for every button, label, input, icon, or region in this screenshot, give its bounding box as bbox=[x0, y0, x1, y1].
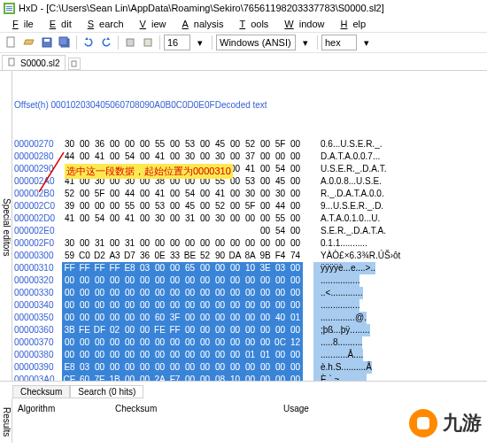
settings-button[interactable] bbox=[122, 35, 138, 50]
file-icon bbox=[8, 58, 17, 68]
hex-row[interactable]: 000003A0 CE607E1B00002AF7000008100000000… bbox=[14, 374, 487, 381]
menu-file[interactable]: File bbox=[2, 18, 39, 30]
columns-input[interactable] bbox=[164, 35, 190, 50]
svg-rect-10 bbox=[127, 39, 134, 46]
hex-row[interactable]: 000002E0 005400S.E.R._.D.A.T.A. bbox=[14, 225, 487, 237]
menu-tools[interactable]: Tools bbox=[228, 18, 274, 30]
menu-help[interactable]: Help bbox=[329, 18, 371, 30]
hex-row[interactable]: 000002D0 4100540041003000310030000000550… bbox=[14, 212, 487, 225]
menu-window[interactable]: Window bbox=[274, 18, 329, 30]
hex-row[interactable]: 00000300 59C0D2A3D7360E33BE5290DA8A9BF47… bbox=[14, 250, 487, 262]
hex-row[interactable]: 00000350 000000000000603F000000000000400… bbox=[14, 312, 487, 324]
hex-row[interactable]: 00000370 00000000000000000000000000000C1… bbox=[14, 336, 487, 349]
toolbar: ▾ ▾ ▾ bbox=[0, 32, 487, 53]
svg-rect-7 bbox=[44, 39, 50, 42]
hex-row[interactable]: 00000390 E803000000000000000000000000000… bbox=[14, 361, 487, 374]
menu-search[interactable]: Search bbox=[77, 18, 129, 30]
file-tab[interactable]: S0000.sl2 bbox=[2, 55, 66, 70]
results-tabs: Checksum Search (0 hits) bbox=[0, 381, 487, 398]
hex-row[interactable]: 00000310 FFFFFFFFE803000065000000103E030… bbox=[14, 262, 487, 274]
app-icon bbox=[4, 3, 15, 14]
file-tab-label: S0000.sl2 bbox=[20, 58, 59, 68]
svg-rect-4 bbox=[6, 10, 12, 11]
col-checksum[interactable]: Checksum bbox=[110, 404, 278, 443]
new-button[interactable] bbox=[4, 35, 19, 50]
hex-row[interactable]: 00000380 0000000000000000000000000101000… bbox=[14, 349, 487, 361]
save-button[interactable] bbox=[39, 35, 55, 50]
hex-row[interactable]: 00000340 0000000000000000000000000000000… bbox=[14, 299, 487, 312]
encoding-input[interactable] bbox=[216, 35, 296, 50]
svg-rect-11 bbox=[144, 39, 151, 46]
svg-rect-13 bbox=[72, 61, 76, 66]
vertical-tab-results[interactable]: Results bbox=[0, 398, 12, 443]
svg-rect-3 bbox=[6, 8, 12, 9]
hex-row[interactable]: 00000270 30003600000055005300450052005F0… bbox=[14, 138, 487, 151]
open-button[interactable] bbox=[21, 35, 37, 50]
new-tab-button[interactable] bbox=[68, 58, 81, 70]
save-all-button[interactable] bbox=[57, 35, 73, 50]
menu-analysis[interactable]: Analysis bbox=[171, 18, 228, 30]
annotation-label: 选中这一段数据，起始位置为0000310 bbox=[65, 164, 233, 179]
menubar: FileEditSearchViewAnalysisToolsWindowHel… bbox=[0, 16, 487, 32]
svg-rect-2 bbox=[6, 6, 12, 7]
undo-button[interactable] bbox=[81, 35, 97, 50]
hex-editor[interactable]: Offset(h) 000102030405060708090A0B0C0D0E… bbox=[12, 71, 487, 381]
col-usage[interactable]: Usage bbox=[278, 404, 375, 443]
watermark-icon bbox=[409, 409, 437, 437]
hex-row[interactable]: 00000330 0000000000000000000000000000000… bbox=[14, 287, 487, 299]
tab-checksum[interactable]: Checksum bbox=[12, 385, 70, 398]
app-title: HxD - [C:\Users\Sean Lin\AppData\Roaming… bbox=[19, 3, 384, 13]
redo-button[interactable] bbox=[98, 35, 114, 50]
encoding-dd[interactable]: ▾ bbox=[298, 35, 313, 50]
hex-row[interactable]: 00000280 4400410054004100300030003700000… bbox=[14, 151, 487, 163]
hex-row[interactable]: 000002B0 52005F0044004100540041003000300… bbox=[14, 188, 487, 200]
svg-rect-5 bbox=[7, 37, 14, 47]
svg-rect-9 bbox=[59, 37, 67, 45]
menu-view[interactable]: View bbox=[129, 18, 172, 30]
base-dd[interactable]: ▾ bbox=[359, 35, 375, 50]
base-input[interactable] bbox=[321, 35, 357, 50]
watermark: 九游 bbox=[409, 409, 482, 437]
settings2-button[interactable] bbox=[140, 35, 156, 50]
watermark-text: 九游 bbox=[443, 410, 482, 436]
col-algorithm[interactable]: Algorithm bbox=[12, 404, 110, 443]
hex-row[interactable]: 000002C0 3900000055005300450052005F00440… bbox=[14, 200, 487, 212]
hex-row[interactable]: 00000320 0000000000000000000000000000000… bbox=[14, 274, 487, 287]
menu-edit[interactable]: Edit bbox=[39, 18, 77, 30]
hex-row[interactable]: 000002F0 3000310031000000000000000000000… bbox=[14, 237, 487, 250]
hex-row[interactable]: 00000360 3BFEDF020000FEFF000000000000000… bbox=[14, 324, 487, 336]
svg-rect-12 bbox=[9, 58, 14, 66]
tab-search[interactable]: Search (0 hits) bbox=[70, 385, 143, 398]
columns-dd[interactable]: ▾ bbox=[192, 35, 208, 50]
vertical-tab-special-editors[interactable]: Special editors bbox=[0, 71, 12, 381]
